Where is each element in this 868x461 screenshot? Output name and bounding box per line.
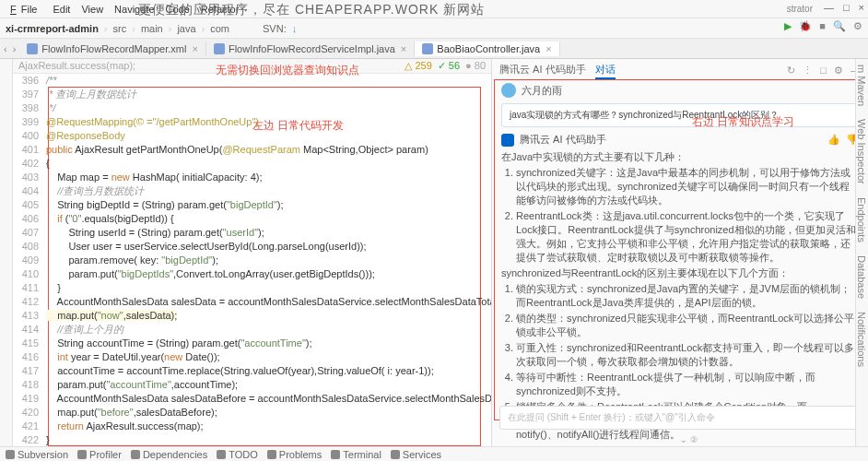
window-controls: — □ × xyxy=(824,2,864,13)
notifications-tool[interactable]: Notifications xyxy=(856,312,868,367)
maximize-button[interactable]: □ xyxy=(843,2,850,13)
xml-file-icon xyxy=(27,43,38,54)
tab-service-impl[interactable]: FlowInfoFlowRecordServiceImpl.java× xyxy=(206,41,415,56)
thumbs-up-icon[interactable]: 👍 xyxy=(827,134,840,146)
more-icon[interactable]: ⋮ xyxy=(803,65,813,77)
ai-message-header: 腾讯云 AI 代码助手 👍 👎 xyxy=(501,133,859,147)
breadcrumb-toolbar: xi-crmreport-admin ›src ›main ›java ›com… xyxy=(0,18,868,39)
pagination[interactable]: ⌄ ② xyxy=(680,435,698,444)
tab-mapper-xml[interactable]: FlowInfoFlowRecordMapper.xml× xyxy=(19,41,206,56)
refresh-icon[interactable]: ↻ xyxy=(787,65,795,77)
stop-icon[interactable]: ■ xyxy=(819,20,826,32)
close-tab-icon[interactable]: × xyxy=(545,43,551,54)
code-editor[interactable]: AjaxResult.success(map); △ 259 ✓ 56 ● 80… xyxy=(13,59,492,446)
panel-header: 腾讯云 AI 代码助手 对话 ↻ ⋮ □ ⚙ — xyxy=(496,63,864,79)
status-todo[interactable]: TODO xyxy=(217,449,258,460)
close-tab-icon[interactable]: × xyxy=(192,43,197,54)
panel-tab-assistant[interactable]: 腾讯云 AI 代码助手 xyxy=(499,63,586,79)
endpoints-tool[interactable]: Endpoints xyxy=(856,197,868,242)
status-services[interactable]: Services xyxy=(391,449,441,460)
user-avatar xyxy=(501,83,516,98)
status-terminal[interactable]: Terminal xyxy=(331,449,381,460)
menu-file[interactable]: FFile xyxy=(6,3,46,16)
inspector-tool[interactable]: Web Inspector xyxy=(856,119,868,184)
editor-tabs: ‹› FlowInfoFlowRecordMapper.xml× FlowInf… xyxy=(0,39,868,59)
ai-logo-icon xyxy=(501,134,514,147)
prev-tab-icon[interactable]: ‹ xyxy=(4,43,7,54)
list-item: 锁的类型：synchronized只能实现非公平锁，而ReentrantLock… xyxy=(516,312,859,339)
database-tool[interactable]: Database xyxy=(856,255,868,299)
project-name[interactable]: xi-crmreport-admin xyxy=(6,23,99,34)
settings-icon[interactable]: ⚙ xyxy=(853,20,862,32)
ai-answer: 在Java中实现锁的方式主要有以下几种： synchronized关键字：这是J… xyxy=(501,150,859,442)
panel-tab-chat[interactable]: 对话 xyxy=(595,63,616,79)
ai-panel: 右边 日常知识点学习 腾讯云 AI 代码助手 对话 ↻ ⋮ □ ⚙ — 六月的雨… xyxy=(492,59,868,446)
svn-update-icon[interactable]: ↓ xyxy=(292,23,298,34)
status-problems[interactable]: Problems xyxy=(267,449,322,460)
debug-icon[interactable]: 🐞 xyxy=(799,20,812,32)
line-gutter: 3963973983994004014024034044054064074084… xyxy=(13,74,42,446)
status-profiler[interactable]: Profiler xyxy=(77,449,122,460)
list-item: 可重入性：synchronized和ReentrantLock都支持可重入，即一… xyxy=(516,341,859,369)
close-button[interactable]: × xyxy=(859,2,864,13)
gear-icon[interactable]: ⚙ xyxy=(834,65,843,77)
crumb-src[interactable]: src xyxy=(113,23,127,34)
status-subversion[interactable]: Subversion xyxy=(6,449,68,460)
minimize-button[interactable]: — xyxy=(824,2,834,13)
expand-icon[interactable]: □ xyxy=(820,65,827,77)
java-file-icon xyxy=(422,43,433,54)
next-tab-icon[interactable]: › xyxy=(13,43,17,54)
title-suffix: strator xyxy=(787,4,813,14)
list-item: ReentrantLock类：这是java.util.concurrent.lo… xyxy=(516,209,859,265)
left-tool-strip[interactable] xyxy=(0,59,13,446)
toolbar-right-icons: ▶ 🐞 ■ 🔍 ⚙ xyxy=(784,20,862,32)
crumb-java[interactable]: java xyxy=(177,23,195,34)
user-message-header: 六月的雨 xyxy=(496,79,864,101)
status-dependencies[interactable]: Dependencies xyxy=(131,449,207,460)
list-item: synchronized关键字：这是Java中最基本的同步机制，可以用于修饰方法… xyxy=(516,166,859,207)
right-tool-strip: m Maven Web Inspector Endpoints Database… xyxy=(855,59,868,446)
menu-view[interactable]: View xyxy=(76,3,108,16)
promo-banner: 更便宜的应用程序，尽在 CHEAPERAPP.WORK 新网站 xyxy=(138,2,485,18)
note-right: 右边 日常知识点学习 xyxy=(692,114,794,130)
crumb-com[interactable]: com xyxy=(210,23,229,34)
ok-count[interactable]: ✓ 56 xyxy=(438,60,460,72)
svn-label: SVN: xyxy=(263,23,287,34)
tab-controller[interactable]: BaoBiaoController.java× xyxy=(415,41,559,56)
code-content[interactable]: /** * 查询上月数据统计 */@RequestMapping(© ="/ge… xyxy=(46,74,491,446)
user-question: java实现锁的方式有哪些？synchronized与ReentrantLock… xyxy=(501,103,859,127)
status-bar: Subversion Profiler Dependencies TODO Pr… xyxy=(0,446,868,461)
run-icon[interactable]: ▶ xyxy=(784,20,792,32)
crumb-main[interactable]: main xyxy=(141,23,163,34)
user-name: 六月的雨 xyxy=(522,84,562,98)
ai-name: 腾讯云 AI 代码助手 xyxy=(520,133,606,147)
chat-input[interactable]: 在此提问 (Shift + Enter 换行)；或键入"@"引入命令 xyxy=(499,406,861,430)
search-icon[interactable]: 🔍 xyxy=(833,20,846,32)
list-item: 锁的实现方式：synchronized是Java内置的关键字，是JVM层面的锁机… xyxy=(516,282,859,310)
java-file-icon xyxy=(214,43,225,54)
close-tab-icon[interactable]: × xyxy=(401,43,406,54)
list-item: 等待可中断性：ReentrantLock提供了一种机制，可以响应中断，而sync… xyxy=(516,371,859,398)
menu-edit[interactable]: Edit xyxy=(48,3,75,16)
warnings-count[interactable]: △ 259 xyxy=(405,60,431,72)
maven-tool[interactable]: m Maven xyxy=(856,65,868,106)
hints-count[interactable]: ● 80 xyxy=(465,60,486,72)
